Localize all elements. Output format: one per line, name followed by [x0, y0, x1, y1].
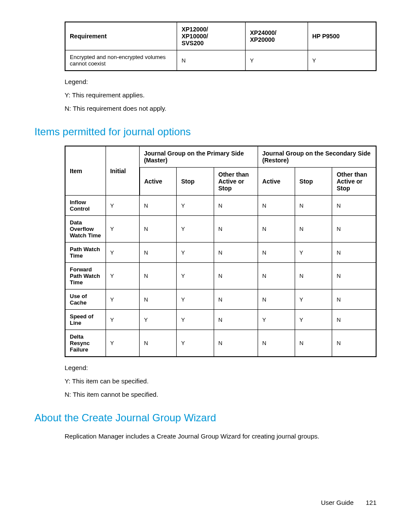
- cell: N: [214, 263, 258, 289]
- table-row: Encrypted and non-encrypted volumes cann…: [65, 50, 376, 71]
- cell: N: [140, 263, 177, 289]
- cell: N: [332, 196, 376, 216]
- cell: Y: [106, 196, 139, 216]
- cell: N: [295, 216, 332, 243]
- cell: N: [332, 310, 376, 330]
- wizard-paragraph: Replication Manager includes a Create Jo…: [65, 432, 377, 441]
- cell: N: [214, 330, 258, 357]
- cell: N: [258, 196, 295, 216]
- table-row: Requirement XP12000/ XP10000/ SVS200 XP2…: [65, 22, 376, 50]
- cell: Y: [106, 289, 139, 310]
- section-heading-items: Items permitted for journal options: [34, 126, 377, 138]
- cell: N: [140, 330, 177, 357]
- cell: N: [214, 310, 258, 330]
- cell: Y: [295, 310, 332, 330]
- cell: N: [177, 50, 246, 71]
- col-p9500: HP P9500: [308, 22, 376, 50]
- cell: N: [295, 263, 332, 289]
- cell: Y: [177, 263, 214, 289]
- cell: N: [332, 330, 376, 357]
- cell: N: [214, 289, 258, 310]
- row-label: Forward Path Watch Time: [65, 263, 106, 289]
- col-other: Other than Active or Stop: [214, 168, 258, 196]
- col-active: Active: [140, 168, 177, 196]
- row-label: Speed of Line: [65, 310, 106, 330]
- row-label: Delta Resync Failure: [65, 330, 106, 357]
- cell: N: [258, 216, 295, 243]
- cell: Y: [246, 50, 308, 71]
- col-stop: Stop: [295, 168, 332, 196]
- cell: N: [295, 196, 332, 216]
- table-row: Path Watch Time Y N Y N N Y N: [65, 243, 376, 263]
- cell: Y: [258, 310, 295, 330]
- legend-title: Legend:: [65, 77, 377, 86]
- legend-n: N: This item cannot be specified.: [65, 390, 377, 399]
- cell: N: [258, 263, 295, 289]
- journal-options-table: Item Initial Journal Group on the Primar…: [65, 146, 377, 357]
- col-active: Active: [258, 168, 295, 196]
- cell: N: [332, 289, 376, 310]
- cell: N: [214, 243, 258, 263]
- table2-wrapper: Item Initial Journal Group on the Primar…: [65, 146, 377, 399]
- cell: N: [140, 243, 177, 263]
- page-footer: User Guide 121: [321, 499, 377, 506]
- cell: N: [258, 289, 295, 310]
- cell: Y: [295, 243, 332, 263]
- cell: N: [332, 263, 376, 289]
- cell: Y: [106, 310, 139, 330]
- footer-label: User Guide: [321, 499, 354, 506]
- cell: Y: [177, 196, 214, 216]
- row-label: Use of Cache: [65, 289, 106, 310]
- col-xp24000: XP24000/ XP20000: [246, 22, 308, 50]
- col-item: Item: [65, 146, 106, 196]
- row-label: Inflow Control: [65, 196, 106, 216]
- cell: Y: [177, 216, 214, 243]
- cell: Y: [177, 289, 214, 310]
- table-row: Forward Path Watch Time Y N Y N N N N: [65, 263, 376, 289]
- page-number: 121: [366, 499, 377, 506]
- legend-y: Y: This requirement applies.: [65, 90, 377, 100]
- wizard-block: Replication Manager includes a Create Jo…: [65, 432, 377, 441]
- cell: Y: [106, 263, 139, 289]
- cell: Y: [106, 330, 139, 357]
- cell: N: [214, 216, 258, 243]
- table-row: Item Initial Journal Group on the Primar…: [65, 146, 376, 168]
- cell: N: [258, 330, 295, 357]
- col-secondary: Journal Group on the Secondary Side (Res…: [258, 146, 376, 168]
- cell: Y: [295, 289, 332, 310]
- cell: N: [140, 289, 177, 310]
- row-label: Data Overflow Watch Time: [65, 216, 106, 243]
- table-row: Data Overflow Watch Time Y N Y N N N N: [65, 216, 376, 243]
- col-initial: Initial: [106, 146, 139, 196]
- cell: Y: [177, 243, 214, 263]
- cell: N: [140, 196, 177, 216]
- row-label: Path Watch Time: [65, 243, 106, 263]
- legend-y: Y: This item can be specified.: [65, 376, 377, 386]
- table-row: Speed of Line Y Y Y N Y Y N: [65, 310, 376, 330]
- table1-wrapper: Requirement XP12000/ XP10000/ SVS200 XP2…: [65, 22, 377, 113]
- table-row: Delta Resync Failure Y N Y N N N N: [65, 330, 376, 357]
- cell: Y: [177, 310, 214, 330]
- legend-title: Legend:: [65, 363, 377, 372]
- cell: Y: [106, 216, 139, 243]
- cell: N: [295, 330, 332, 357]
- table-row: Inflow Control Y N Y N N N N: [65, 196, 376, 216]
- col-xp12000: XP12000/ XP10000/ SVS200: [177, 22, 246, 50]
- cell: N: [214, 196, 258, 216]
- legend-n: N: This requirement does not apply.: [65, 104, 377, 113]
- table-row: Use of Cache Y N Y N N Y N: [65, 289, 376, 310]
- cell: N: [332, 243, 376, 263]
- cell: N: [332, 216, 376, 243]
- cell: Y: [308, 50, 376, 71]
- cell: Y: [177, 330, 214, 357]
- col-other: Other than Active or Stop: [332, 168, 376, 196]
- col-primary: Journal Group on the Primary Side (Maste…: [140, 146, 258, 168]
- col-requirement: Requirement: [65, 22, 177, 50]
- section-heading-wizard: About the Create Journal Group Wizard: [34, 412, 377, 424]
- requirements-table: Requirement XP12000/ XP10000/ SVS200 XP2…: [65, 22, 377, 71]
- cell: N: [258, 243, 295, 263]
- cell: Y: [106, 243, 139, 263]
- cell-label: Encrypted and non-encrypted volumes cann…: [65, 50, 177, 71]
- page: Requirement XP12000/ XP10000/ SVS200 XP2…: [0, 0, 411, 532]
- cell: N: [140, 216, 177, 243]
